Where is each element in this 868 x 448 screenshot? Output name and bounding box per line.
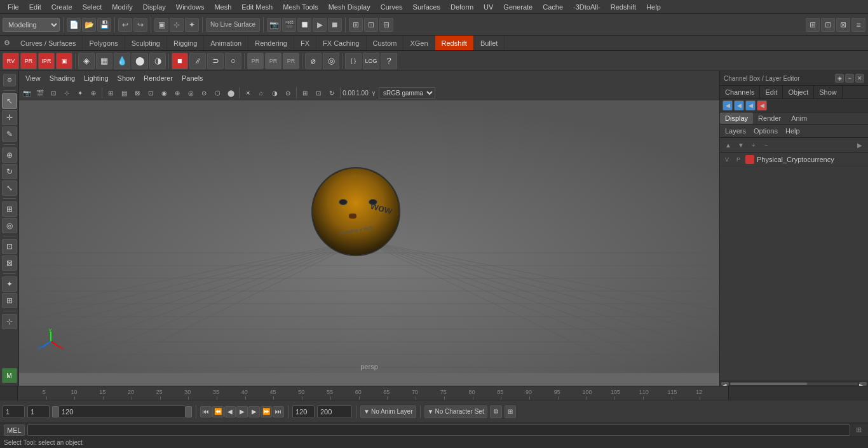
command-input[interactable] [27,424,850,436]
scrollbar-track[interactable] [730,383,858,385]
layer-icon-add[interactable]: + [748,139,759,151]
menu-windows[interactable]: Windows [171,2,210,12]
menu-select[interactable]: Select [78,2,107,12]
frame-current-input[interactable] [27,405,50,418]
vp-ao-icon[interactable]: ⊙ [281,86,294,99]
tab-polygons[interactable]: Polygons [83,36,125,50]
vp-film-icon[interactable]: 🎬 [34,86,46,99]
vp-camera-icon[interactable]: 📷 [20,86,33,99]
menu-help[interactable]: Help [641,2,666,12]
menu-surfaces[interactable]: Surfaces [408,2,445,12]
tab-redshift[interactable]: Redshift [435,36,474,50]
ch-tab-object[interactable]: Object [783,86,814,98]
display-btn[interactable]: ⊠ [2,255,17,271]
vp-display2-icon[interactable]: ▤ [118,86,130,99]
frame-end-field[interactable] [292,405,315,418]
tab-rigging[interactable]: Rigging [167,36,204,50]
tab-rendering[interactable]: Rendering [248,36,294,50]
layer-vp-v[interactable]: V [722,155,731,164]
tab-animation[interactable]: Animation [204,36,248,50]
soft-select-btn[interactable]: ◎ [2,218,17,233]
frame-start-field[interactable] [3,405,25,418]
pb-prev-key-btn[interactable]: ⏪ [212,406,224,417]
tab-xgen[interactable]: XGen [403,36,435,50]
transform-tool-btn[interactable]: ✛ [2,110,17,125]
layer-content[interactable]: V P Physical_Cryptocurrency [720,153,868,381]
cmd-icon1[interactable]: ⊞ [853,424,864,436]
shelf-log-btn[interactable]: LOG [363,53,379,69]
vp-menu-shading[interactable]: Shading [46,73,79,83]
pb-next-btn[interactable]: ▶ [248,406,260,417]
layer-menu-options[interactable]: Options [751,126,780,136]
layer-menu-help[interactable]: Help [783,126,803,136]
quick-sel-btn[interactable]: ⊹ [2,314,17,329]
display-tab-display[interactable]: Display [720,112,753,124]
frame-slider-end[interactable] [186,406,192,417]
shelf-sphere-btn[interactable]: ⬤ [132,53,148,69]
shelf-line-btn[interactable]: ⫽ [189,53,206,69]
shelf-diamond-btn[interactable]: ◈ [78,53,95,69]
ch-tab-channels[interactable]: Channels [720,86,760,98]
ch-tab-edit[interactable]: Edit [760,86,783,98]
tab-fx[interactable]: FX [294,36,316,50]
pb-play-btn[interactable]: ▶ [236,406,248,417]
shelf-red-cube-btn[interactable]: ■ [172,53,188,69]
redo-btn[interactable]: ↪ [133,18,147,32]
display-tab-anim[interactable]: Anim [786,112,812,124]
vp-menu-lighting[interactable]: Lighting [80,73,112,83]
max-frame-field[interactable] [317,405,352,418]
char-set-extra-btn[interactable]: ⚙ [490,405,502,418]
display-tab-render[interactable]: Render [753,112,786,124]
menu-uv[interactable]: UV [478,2,498,12]
color-btn-red[interactable]: ◀ [757,100,767,111]
layer-icon-up[interactable]: ▲ [722,139,734,151]
layer-icon-down[interactable]: ▼ [735,139,747,151]
open-scene-btn[interactable]: 📂 [82,18,96,32]
layer-icon-remove[interactable]: − [761,139,772,151]
extrude-btn[interactable]: ⊞ [2,293,17,308]
vp-snap2-icon[interactable]: ✦ [74,86,86,99]
shelf-help-btn[interactable]: ? [381,53,397,69]
shelf-pr3-btn[interactable]: PR [265,53,281,69]
tab-curves-surfaces[interactable]: Curves / Surfaces [14,36,83,50]
vp-colorspace-select[interactable]: sRGB gamma [379,87,435,98]
menu-curves[interactable]: Curves [376,2,408,12]
anim-layer-btn[interactable]: ▼ No Anim Layer [360,405,416,418]
vp-menu-panels[interactable]: Panels [178,73,207,83]
menu-mesh[interactable]: Mesh [209,2,236,12]
layer-icon-right[interactable]: ▶ [854,139,865,151]
menu-display[interactable]: Display [138,2,171,12]
panel-close-btn[interactable]: ✕ [855,74,864,83]
maya-icon-btn[interactable]: M [2,368,17,383]
vp-light2-icon[interactable]: ⌂ [255,86,268,99]
shelf-helix-btn[interactable]: ⊃ [207,53,224,69]
frame-slider-handle[interactable] [52,406,58,417]
scale-tool-btn[interactable]: ⤡ [2,180,17,196]
vp-grid-icon[interactable]: ⊞ [299,86,311,99]
layout-btn2[interactable]: ⊡ [364,18,378,32]
color-btn-blue[interactable]: ◀ [722,100,733,111]
shelf-region-btn[interactable]: ▣ [56,53,72,69]
frame-range-bar[interactable] [58,405,186,418]
menu-modify[interactable]: Modify [107,2,137,12]
vp-display1-icon[interactable]: ⊞ [104,86,117,99]
vp-display8-icon[interactable]: ⊙ [198,86,210,99]
layout-btn1[interactable]: ⊞ [349,18,363,32]
char-set-extra-btn2[interactable]: ⊞ [505,405,516,418]
shelf-rv-btn[interactable]: RV [3,53,19,69]
layer-vp-p[interactable]: P [734,155,743,164]
render-options-btn[interactable]: 🔲 [297,18,311,32]
scroll-left-btn[interactable]: ◀ [721,382,729,386]
menu-mesh-tools[interactable]: Mesh Tools [278,2,323,12]
vp-shadow-icon[interactable]: ◑ [268,86,281,99]
menu-generate[interactable]: Generate [498,2,538,12]
select-mode-btn[interactable]: ▣ [154,18,168,32]
select-tool-btn[interactable]: ↖ [2,93,17,109]
layer-row[interactable]: V P Physical_Cryptocurrency [720,153,868,166]
menu-3dtoall[interactable]: -3DtoAll- [568,2,606,12]
ui-btn2[interactable]: ⊡ [821,18,835,32]
vp-snap1-icon[interactable]: ⊹ [60,86,73,99]
paint-tool-btn[interactable]: ✎ [2,126,17,142]
shelf-pr4-btn[interactable]: PR [283,53,299,69]
menu-edit[interactable]: Edit [24,2,46,12]
